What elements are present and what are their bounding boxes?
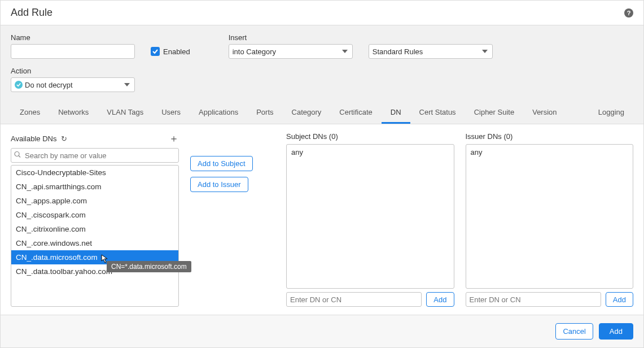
add-button[interactable]: Add (599, 323, 633, 340)
do-not-decrypt-icon (15, 81, 23, 89)
svg-line-1 (19, 156, 20, 158)
issuer-add-button[interactable]: Add (606, 292, 633, 307)
subject-add-button[interactable]: Add (426, 292, 454, 307)
available-dns-label: Available DNs (11, 134, 56, 143)
tab-version[interactable]: Version (523, 102, 566, 124)
search-input[interactable] (11, 148, 179, 163)
tab-users[interactable]: Users (152, 102, 190, 124)
list-item[interactable]: CN_.api.smartthings.com (11, 180, 178, 194)
issuer-dns-box[interactable]: any (466, 144, 634, 289)
tabs: ZonesNetworksVLAN TagsUsersApplicationsP… (11, 102, 633, 124)
name-label: Name (11, 33, 135, 42)
add-rule-dialog: Add Rule ? Name Enabled Insert into Cate… (0, 0, 644, 348)
subject-dns-label: Subject DNs (0) (286, 132, 454, 141)
add-dn-icon[interactable]: ＋ (169, 134, 179, 142)
insert-select[interactable]: into Category (229, 44, 353, 59)
dn-tooltip: CN=*.data.microsoft.com (107, 261, 191, 272)
list-item[interactable]: CN_.ciscospark.com (11, 208, 178, 222)
insert-label: Insert (229, 33, 353, 42)
dn-panel: Available DNs ↻ ＋ Cisco-Undecryptable-Si… (1, 124, 643, 315)
rules-blank (369, 33, 493, 42)
tab-dn[interactable]: DN (382, 102, 410, 124)
cursor-icon (101, 254, 110, 263)
rules-select[interactable]: Standard Rules (369, 44, 493, 59)
issuer-dn-input[interactable] (466, 292, 601, 307)
transfer-buttons: Add to Subject Add to Issuer (190, 156, 275, 307)
list-item[interactable]: CN_.apps.apple.com (11, 194, 178, 208)
available-dns-column: Available DNs ↻ ＋ Cisco-Undecryptable-Si… (11, 132, 179, 307)
upper-panel: Name Enabled Insert into Category Standa… (1, 25, 643, 124)
tab-cert-status[interactable]: Cert Status (410, 102, 465, 124)
checkbox-checked-icon (151, 47, 160, 56)
issuer-dns-label: Issuer DNs (0) (466, 132, 634, 141)
add-to-issuer-button[interactable]: Add to Issuer (190, 177, 248, 192)
tab-category[interactable]: Category (283, 102, 331, 124)
subject-any: any (291, 148, 303, 156)
refresh-icon[interactable]: ↻ (61, 134, 67, 143)
list-item[interactable]: Cisco-Undecryptable-Sites (11, 166, 178, 180)
search-icon (14, 151, 21, 160)
issuer-any: any (471, 148, 483, 156)
dialog-title: Add Rule (11, 7, 52, 19)
action-label: Action (11, 67, 633, 75)
tab-zones[interactable]: Zones (11, 102, 49, 124)
titlebar: Add Rule ? (1, 1, 643, 25)
tab-logging[interactable]: Logging (589, 102, 633, 124)
list-item[interactable]: CN_.citrixonline.com (11, 222, 178, 236)
tab-certificate[interactable]: Certificate (330, 102, 382, 124)
action-select[interactable]: Do not decrypt (11, 77, 135, 92)
tab-vlan-tags[interactable]: VLAN Tags (98, 102, 152, 124)
subject-dns-box[interactable]: any (286, 144, 454, 289)
available-dns-list[interactable]: Cisco-Undecryptable-SitesCN_.api.smartth… (11, 165, 179, 307)
enabled-label: Enabled (163, 47, 190, 56)
tab-cipher-suite[interactable]: Cipher Suite (465, 102, 524, 124)
name-input[interactable] (11, 44, 135, 59)
issuer-dns-column: Issuer DNs (0) any Add (466, 132, 634, 307)
tab-networks[interactable]: Networks (49, 102, 98, 124)
enabled-checkbox[interactable]: Enabled (151, 44, 190, 59)
subject-dn-input[interactable] (286, 292, 422, 307)
cancel-button[interactable]: Cancel (555, 323, 593, 340)
subject-dns-column: Subject DNs (0) any Add (286, 132, 454, 307)
tab-applications[interactable]: Applications (190, 102, 247, 124)
tab-ports[interactable]: Ports (247, 102, 282, 124)
list-item[interactable]: CN_.core.windows.net (11, 236, 178, 250)
add-to-subject-button[interactable]: Add to Subject (190, 156, 253, 171)
svg-point-0 (15, 152, 19, 156)
help-icon[interactable]: ? (624, 8, 633, 18)
footer: Cancel Add (1, 315, 643, 347)
